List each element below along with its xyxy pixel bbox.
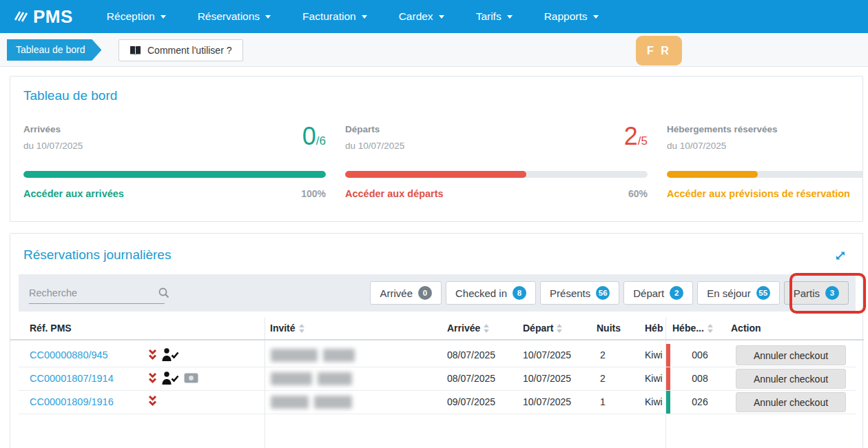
breadcrumb[interactable]: Tableau de bord xyxy=(7,39,101,61)
col-action: Action xyxy=(731,323,761,334)
status-color-strip xyxy=(666,391,670,414)
status-color-strip xyxy=(666,367,670,391)
reservation-ref-link[interactable]: CC00001809/1916 xyxy=(30,396,114,407)
arrival-date: 08/07/2025 xyxy=(447,373,495,384)
cancel-checkout-button[interactable]: Annuler checkout xyxy=(736,369,846,389)
table-header: Réf. PMS Invité Arrivée Départ Nuits Héb… xyxy=(10,318,864,340)
logo-hatch-icon xyxy=(14,8,30,25)
dashboard-title: Tableau de bord xyxy=(23,88,862,103)
departures-percent: 60% xyxy=(628,188,648,199)
lodgings-progressbar xyxy=(667,171,863,178)
arrival-date: 09/07/2025 xyxy=(447,396,495,407)
sort-icon xyxy=(707,324,713,333)
chevron-down-icon xyxy=(161,15,166,19)
departures-progressbar xyxy=(345,171,648,178)
tab-arrivee-count: 0 xyxy=(418,286,432,300)
departure-date: 10/07/2025 xyxy=(523,396,571,407)
guest-name-redacted xyxy=(271,349,355,362)
departures-link[interactable]: Accéder aux départs xyxy=(345,188,444,199)
tab-checked-in[interactable]: Checked in 8 xyxy=(446,281,536,305)
kpi-departures-label: Départs xyxy=(345,121,404,138)
nav-menu-reception[interactable]: Réception xyxy=(91,0,182,33)
chevron-down-icon xyxy=(362,15,367,19)
table-row: CC00001807/1914 08/07/2025 10/07/2025 2 … xyxy=(10,367,864,391)
expand-icon[interactable] xyxy=(835,250,846,261)
daily-reservations-card: Réservations journalières Ar xyxy=(10,233,863,448)
status-filter-tabs: Arrivée 0 Checked in 8 Présents 56 Dépar… xyxy=(370,281,849,305)
lodging-name-clipped: Kiwi xyxy=(645,373,666,384)
kpi-departures-date: du 10/07/2025 xyxy=(345,138,404,154)
how-to-use-button[interactable]: Comment l'utiliser ? xyxy=(118,39,243,61)
col-nuits: Nuits xyxy=(597,323,621,334)
search-icon[interactable] xyxy=(158,287,170,299)
kpi-arrivals-label: Arrivées xyxy=(23,121,83,138)
col-ref: Réf. PMS xyxy=(30,323,72,334)
arrivals-progressbar xyxy=(23,171,326,178)
guest-name-redacted xyxy=(271,372,352,385)
lodging-name-clipped: Kiwi xyxy=(645,396,666,407)
nav-menu-tarifs[interactable]: Tarifs xyxy=(460,0,528,33)
guest-name-redacted xyxy=(271,396,352,409)
checkout-chevrons-icon[interactable] xyxy=(148,349,157,360)
guest-checked-icon[interactable] xyxy=(162,371,179,385)
tab-arrivee[interactable]: Arrivée 0 xyxy=(370,281,442,305)
nights-count: 2 xyxy=(600,373,606,384)
col-invite[interactable]: Invité xyxy=(270,323,304,334)
room-number: 026 xyxy=(672,396,727,407)
search-box[interactable] xyxy=(29,283,165,304)
nav-menu-reservations[interactable]: Réservations xyxy=(182,0,287,33)
departure-date: 10/07/2025 xyxy=(523,349,571,360)
nav-menu-facturation[interactable]: Facturation xyxy=(287,0,383,33)
tab-en-sejour[interactable]: En séjour 55 xyxy=(697,281,779,305)
status-color-strip xyxy=(666,344,670,367)
dashboard-card: Tableau de bord Arrivées du 10/07/2025 0… xyxy=(10,76,863,222)
table-row: CC00000880/945 08/07/2025 10/07/2025 2 K… xyxy=(10,344,864,367)
col-depart[interactable]: Départ xyxy=(523,323,562,334)
kpi-lodgings-label: Hébergements réservées xyxy=(667,121,778,138)
cancel-checkout-button[interactable]: Annuler checkout xyxy=(736,392,846,412)
tab-partis-count: 3 xyxy=(825,286,839,300)
col-arrivee[interactable]: Arrivée xyxy=(447,323,489,334)
room-number: 006 xyxy=(672,349,727,360)
app-logo[interactable]: PMS xyxy=(14,6,73,28)
kpi-lodgings-date: du 10/07/2025 xyxy=(667,138,778,154)
breadcrumb-band: Tableau de bord Comment l'utiliser ? F R xyxy=(0,33,868,67)
kpi-arrivals-date: du 10/07/2025 xyxy=(23,138,83,154)
tab-checked-in-count: 8 xyxy=(513,286,526,300)
nav-menu-rapports[interactable]: Rapports xyxy=(528,0,614,33)
lodgings-link[interactable]: Accéder aux prévisions de réservation xyxy=(667,188,850,199)
nights-count: 2 xyxy=(600,349,606,360)
arrivals-link[interactable]: Accéder aux arrivées xyxy=(23,188,124,199)
tab-depart-count: 2 xyxy=(670,286,683,300)
col-heb-clipped: Héb xyxy=(645,323,666,334)
chevron-down-icon xyxy=(593,15,599,19)
arrival-date: 08/07/2025 xyxy=(447,349,495,360)
top-navbar: PMS Réception Réservations Facturation C… xyxy=(0,0,868,33)
kpi-row: Arrivées du 10/07/2025 0/6 Accéder aux a… xyxy=(23,121,863,199)
guest-checked-icon[interactable] xyxy=(162,348,179,361)
chevron-down-icon xyxy=(265,15,271,19)
kpi-lodgings: Hébergements réservées du 10/07/2025 Acc… xyxy=(667,121,863,199)
col-hebergement[interactable]: Hébe... xyxy=(672,323,713,334)
kpi-departures: Départs du 10/07/2025 2/5 Accéder aux dé… xyxy=(345,121,648,199)
reservations-title: Réservations journalières xyxy=(23,247,171,263)
reservation-ref-link[interactable]: CC00001807/1914 xyxy=(30,373,114,384)
cancel-checkout-button[interactable]: Annuler checkout xyxy=(736,345,846,365)
reservation-ref-link[interactable]: CC00000880/945 xyxy=(30,349,108,360)
search-input[interactable] xyxy=(29,287,158,298)
nights-count: 1 xyxy=(600,396,606,407)
id-card-icon[interactable] xyxy=(184,373,198,383)
checkout-chevrons-icon[interactable] xyxy=(148,372,157,384)
arrivals-percent: 100% xyxy=(301,188,326,199)
table-row: CC00001809/1916 09/07/2025 10/07/2025 1 … xyxy=(10,391,864,414)
departure-date: 10/07/2025 xyxy=(523,373,571,384)
sort-icon xyxy=(484,324,489,333)
user-initials-badge[interactable]: F R xyxy=(636,36,682,65)
nav-menu-cardex[interactable]: Cardex xyxy=(383,0,460,33)
tab-presents[interactable]: Présents 56 xyxy=(540,281,619,305)
lodging-name-clipped: Kiwi xyxy=(645,349,666,360)
chevron-down-icon xyxy=(439,15,444,19)
tab-partis[interactable]: Partis 3 xyxy=(784,281,849,305)
tab-depart[interactable]: Départ 2 xyxy=(623,281,693,305)
checkout-chevrons-icon[interactable] xyxy=(148,395,157,407)
